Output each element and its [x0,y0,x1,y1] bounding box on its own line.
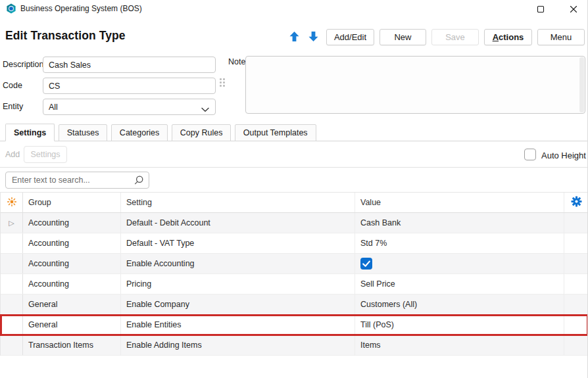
row-end-cell [564,213,588,233]
page-title: Edit Transaction Type [5,29,126,43]
new-row-header-cell[interactable] [1,193,23,212]
table-row[interactable]: GeneralEnable EntitiesTill (PoS) [1,315,588,335]
description-field[interactable] [43,57,216,73]
setting-cell[interactable]: Default - Debit Account [121,213,355,233]
setting-cell[interactable]: Enable Entities [121,315,355,335]
app-logo-icon [6,3,16,14]
value-cell[interactable]: Cash Bank [355,213,564,233]
auto-height-label: Auto Height [541,151,586,160]
note-label: Note [228,57,245,66]
maximize-button[interactable] [527,0,554,18]
row-indicator-cell [1,254,23,273]
title-bar: Business Operating System (BOS) [0,0,588,18]
group-cell[interactable]: Transaction Items [23,335,121,355]
row-end-cell [564,315,588,335]
entity-select[interactable]: All [43,99,216,115]
setting-cell[interactable]: Enable Company [121,295,355,314]
nav-up-button[interactable] [289,31,300,42]
window-title: Business Operating System (BOS) [20,4,142,13]
value-cell[interactable]: Sell Price [355,274,564,294]
row-indicator-cell [1,335,23,355]
group-cell[interactable]: General [23,315,121,335]
setting-cell[interactable]: Enable Adding Items [121,335,355,355]
tab-copy-rules[interactable]: Copy Rules [172,124,232,141]
gear-icon [571,196,582,209]
settings-grid-rows: ▷AccountingDefault - Debit AccountCash B… [1,213,588,356]
group-cell[interactable]: Accounting [23,233,121,253]
add-settings-button[interactable]: Settings [24,146,67,163]
description-label: Description [3,60,44,69]
value-cell[interactable]: Customers (All) [355,295,564,314]
value-cell[interactable]: Till (PoS) [355,315,564,335]
add-label: Add [5,150,20,159]
setting-cell[interactable]: Pricing [121,274,355,294]
tab-categories[interactable]: Categories [111,124,168,141]
row-indicator-cell [1,233,23,253]
chevron-down-icon [201,105,209,114]
group-cell[interactable]: General [23,295,121,314]
row-end-cell [564,295,588,314]
column-header-value[interactable]: Value [355,193,564,212]
row-indicator-cell [1,295,23,314]
value-cell[interactable]: Std 7% [355,233,564,253]
table-row[interactable]: AccountingPricingSell Price [1,274,588,295]
add-edit-button[interactable]: Add/Edit [326,29,374,45]
tab-statuses[interactable]: Statuses [59,124,108,141]
search-icon[interactable] [134,175,144,188]
close-button[interactable] [560,0,587,18]
row-indicator-cell [1,274,23,294]
save-button[interactable]: Save [431,29,479,45]
tab-settings[interactable]: Settings [5,124,55,141]
row-end-cell [564,274,588,294]
row-end-cell [564,335,588,355]
entity-label: Entity [3,102,23,111]
settings-toolbar: Add Settings Auto Height [0,141,588,168]
row-end-cell [564,254,588,273]
column-chooser-cell[interactable] [564,193,588,212]
row-indicator-cell: ▷ [1,213,23,233]
value-cell[interactable] [355,254,564,273]
group-cell[interactable]: Accounting [23,254,121,273]
code-label: Code [3,81,22,90]
row-end-cell [564,233,588,253]
table-row[interactable]: GeneralEnable CompanyCustomers (All) [1,295,588,315]
table-row[interactable]: Transaction ItemsEnable Adding ItemsItem… [1,335,588,356]
tab-strip: Settings Statuses Categories Copy Rules … [0,124,588,141]
actions-button[interactable]: Actions [484,29,532,45]
tab-output-templates[interactable]: Output Templates [235,124,316,141]
setting-cell[interactable]: Default - VAT Type [121,233,355,253]
entity-selected-value: All [49,103,58,112]
value-checkbox[interactable] [360,258,372,270]
row-indicator-cell [1,315,23,335]
menu-button[interactable]: Menu [537,29,585,45]
splitter-handle-icon[interactable] [220,78,225,87]
table-row[interactable]: ▷AccountingDefault - Debit AccountCash B… [1,213,588,233]
app-window: Business Operating System (BOS) Edit Tra… [0,0,588,378]
value-cell[interactable]: Items [355,335,564,355]
group-cell[interactable]: Accounting [23,213,121,233]
auto-height-checkbox[interactable] [524,149,536,160]
note-field[interactable] [245,56,585,114]
settings-grid-header: Group Setting Value [1,192,588,213]
group-cell[interactable]: Accounting [23,274,121,294]
code-field[interactable] [43,78,216,94]
sun-new-row-icon [7,197,17,209]
row-focus-arrow-icon: ▷ [9,219,14,227]
setting-cell[interactable]: Enable Accounting [121,254,355,273]
nav-down-button[interactable] [308,31,319,42]
search-input[interactable] [5,172,149,189]
column-header-setting[interactable]: Setting [121,193,355,212]
table-row[interactable]: AccountingEnable Accounting [1,254,588,274]
table-row[interactable]: AccountingDefault - VAT TypeStd 7% [1,233,588,254]
settings-grid: Group Setting Value [0,192,588,356]
column-header-group[interactable]: Group [23,193,121,212]
new-button[interactable]: New [380,29,426,45]
